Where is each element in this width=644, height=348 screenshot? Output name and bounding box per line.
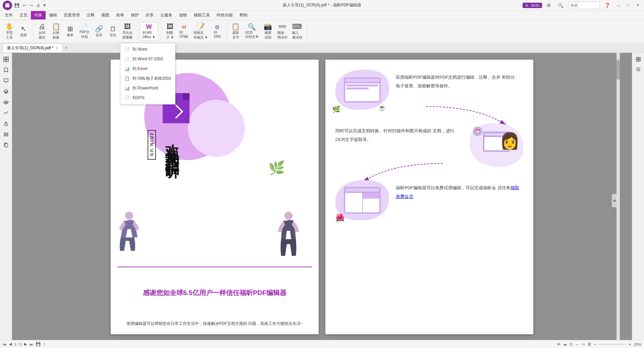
welcome-text: 欢 迎 来 到 福 昕 <box>164 133 180 153</box>
sidebar-comments-btn[interactable] <box>1 76 11 86</box>
quick-access-redo[interactable]: ↪ <box>29 2 34 8</box>
search-icon[interactable]: 🔍 <box>556 2 566 9</box>
sidebar-attachments-btn[interactable] <box>1 97 11 107</box>
menu-to-powerpoint[interactable]: 📊 到 PowerPoint <box>120 83 175 93</box>
to-xml-excel-label: 到 XML电子表格2003 <box>132 76 171 81</box>
leaf-decoration: 🌿 <box>268 160 285 176</box>
tool-to-txt-btn[interactable]: 📝 到纯文本格式 ▼ <box>192 22 210 41</box>
tab-add-btn[interactable]: + <box>63 45 70 51</box>
user-badge[interactable]: A - Sh3n <box>523 3 542 8</box>
menu-share[interactable]: 共享 <box>142 11 157 19</box>
tool-select-btn[interactable]: ↖ 选择 <box>17 22 30 41</box>
tool-ocr-btn[interactable]: 🔍 OCR识别文本 <box>243 22 261 41</box>
sidebar-layers-btn[interactable] <box>1 86 11 96</box>
page-next-btn[interactable]: ▶ <box>24 342 27 346</box>
status-single-page-btn[interactable]: ▭ <box>582 342 585 346</box>
tab-close-btn[interactable]: ✕ <box>56 46 58 50</box>
tool-extract-label: 提取文字 <box>232 30 239 40</box>
menu-convert[interactable]: 转换 <box>31 11 46 19</box>
tool-to-img-btn[interactable]: 🖼 到图片 ▼ <box>163 22 177 41</box>
tool-to-html-label: 到HTML <box>179 30 189 39</box>
tool-extract-btn[interactable]: 📋 提取文字 <box>229 22 243 41</box>
tool-to-html-btn[interactable]: H 到HTML <box>177 22 191 41</box>
menu-file[interactable]: 文件 <box>1 11 16 19</box>
tool-ms-office-btn[interactable]: W 到 MSOffice ▼ <box>140 22 158 41</box>
tab-label: 新人引导(1)_OCR(4).pdf * <box>7 45 54 51</box>
tool-pdf-btn[interactable]: 📄 PDF文件包 <box>77 22 92 41</box>
quick-access-undo[interactable]: ↩ <box>22 2 27 8</box>
to-word97-label: 到 Word 97-2003 <box>132 56 163 62</box>
quick-access-save[interactable]: 💾 <box>13 2 20 8</box>
tool-export-btn[interactable]: 🖼 导出全部图像 <box>120 22 135 41</box>
sidebar-signatures-btn[interactable] <box>1 108 11 118</box>
extract-icon: 📋 <box>231 23 240 30</box>
sidebar-fields-btn[interactable] <box>1 129 11 139</box>
menu-assist[interactable]: 辅助工具 <box>191 11 213 19</box>
tab-pdf[interactable]: 新人引导(1)_OCR(4).pdf * ✕ <box>3 44 63 52</box>
title-search-box[interactable] <box>568 2 600 9</box>
page-export-btn[interactable]: ⤴ <box>43 342 45 346</box>
page-last-btn[interactable]: ⏭ <box>30 342 33 346</box>
tool-clipboard-label: 从剪贴板 <box>53 30 59 40</box>
scrollbar-vertical[interactable] <box>616 53 620 348</box>
tool-hand-btn[interactable]: ✋ 手型工具 <box>3 22 16 41</box>
right-panel-expand-btn[interactable]: ◀ <box>612 194 616 207</box>
tool-scan-btn[interactable]: 🖨 从扫描仪 <box>35 22 49 41</box>
menu-page[interactable]: 页面管理 <box>60 11 83 19</box>
tool-clipboard-btn[interactable]: 📋 从剪贴板 <box>49 22 63 41</box>
tool-to-ofd-btn[interactable]: O 到OFD <box>211 22 224 41</box>
merge-icon: 🔗 <box>95 25 103 32</box>
menu-to-xps[interactable]: 📄 到XPS <box>120 93 175 103</box>
menu-protect[interactable]: 保护 <box>127 11 142 19</box>
menu-view[interactable]: 视图 <box>98 11 113 19</box>
menu-to-xml-excel[interactable]: 📋 到 XML电子表格2003 <box>120 74 175 83</box>
word-icon: 📄 <box>124 47 130 52</box>
menu-to-word97[interactable]: 📄 到 Word 97-2003 <box>120 54 175 64</box>
title-search-input[interactable] <box>571 3 597 7</box>
page-prev-btn[interactable]: ◀ <box>9 342 12 346</box>
zoom-in-btn[interactable]: + <box>629 342 631 347</box>
tool-merge-btn[interactable]: 🔗 合并 <box>92 22 106 41</box>
page-first-btn[interactable]: ⏮ <box>3 342 6 346</box>
status-fit-page-btn[interactable]: ⊡ <box>570 342 573 346</box>
zoom-slider[interactable] <box>599 344 626 345</box>
status-fit-width-btn[interactable]: ↔ <box>575 342 579 346</box>
sidebar-pages-btn[interactable] <box>1 140 11 150</box>
settings-icon[interactable]: ⚙ <box>545 2 553 9</box>
close-btn[interactable]: ✕ <box>634 2 641 8</box>
quick-access-print[interactable]: 🖨 <box>35 2 41 8</box>
tool-export-label: 导出全部图像 <box>122 30 132 40</box>
menu-to-excel[interactable]: 📊 到 Excel <box>120 64 175 74</box>
menu-form[interactable]: 表单 <box>113 11 127 19</box>
scrollbar-thumb[interactable] <box>616 60 620 80</box>
menu-feature[interactable]: 特色功能 <box>213 11 236 19</box>
sidebar-security-btn[interactable] <box>1 119 11 129</box>
sidebar-thumbnails-btn[interactable] <box>1 54 11 64</box>
menu-edit[interactable]: 编辑 <box>46 11 60 19</box>
menu-help[interactable]: 帮助 <box>236 11 251 19</box>
status-view-icon[interactable]: 👁 <box>557 342 560 346</box>
menu-to-word[interactable]: 📄 到 Word <box>120 45 175 54</box>
tool-read-btn[interactable]: 👓 朗读用水印 <box>275 22 289 41</box>
menu-home[interactable]: 主页 <box>16 11 31 19</box>
help-icon[interactable]: ❓ <box>602 2 612 9</box>
minimize-btn[interactable]: — <box>615 3 623 8</box>
tool-blank-btn[interactable]: 🗋 空白 <box>106 22 120 41</box>
tool-input-btn[interactable]: ⌨ 输入激活码 <box>290 22 304 41</box>
menu-cloud[interactable]: 云服务 <box>157 11 176 19</box>
right-panel-grid-btn[interactable] <box>633 54 643 64</box>
tool-ms-office-label: 到 MSOffice ▼ <box>143 30 156 39</box>
zoom-out-btn[interactable]: − <box>594 342 596 347</box>
menu-comment[interactable]: 注释 <box>83 11 98 19</box>
quick-access-more[interactable]: ▼ <box>43 3 47 8</box>
right-panel-list-btn[interactable] <box>633 64 643 74</box>
status-cloud-icon[interactable]: ☁ <box>563 342 567 346</box>
tool-table-btn[interactable]: ⊞ 表单 <box>63 22 77 41</box>
page-save-btn[interactable]: 💾 <box>36 342 41 346</box>
sidebar-bookmarks-btn[interactable] <box>1 65 11 75</box>
tool-screen-btn[interactable]: 📸 截屏识别 <box>261 22 275 41</box>
status-two-page-btn[interactable]: ▥ <box>588 342 591 346</box>
maximize-btn[interactable]: □ <box>625 3 632 8</box>
toolbar-group-insert: 🖨 从扫描仪 📋 从剪贴板 ⊞ 表单 📄 PDF文件包 🔗 合并 🗋 空白 🖼 … <box>35 22 138 41</box>
menu-present[interactable]: 放映 <box>176 11 191 19</box>
